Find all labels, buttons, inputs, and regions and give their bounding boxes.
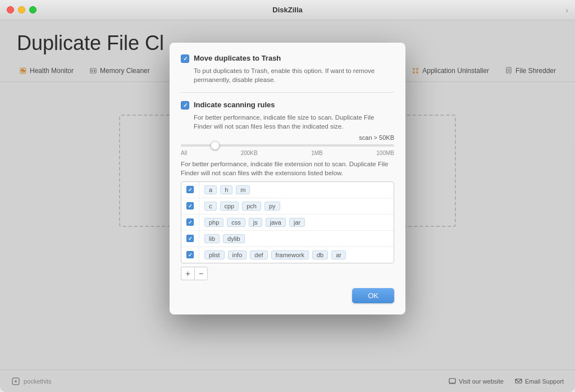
ext-row-3: php css js java jar — [181, 215, 394, 231]
ext-row-4-tags: lib dylib — [199, 231, 394, 247]
ext-tag-py: py — [264, 202, 280, 211]
window-controls — [7, 6, 36, 13]
ext-row-1-checkbox[interactable] — [186, 186, 194, 193]
ext-tag-dylib: dylib — [223, 234, 245, 243]
ext-tag-pch: pch — [242, 202, 261, 211]
ext-row-3-checkbox-cell — [181, 215, 199, 230]
slider-mark-1mb: 1MB — [311, 150, 323, 156]
modal-footer: OK — [181, 288, 394, 303]
ext-tag-db: db — [312, 250, 328, 259]
extension-table: a h m c cpp pch — [181, 181, 394, 263]
ext-row-4-checkbox[interactable] — [186, 235, 194, 242]
remove-extension-button[interactable]: − — [194, 267, 208, 280]
ext-tag-a: a — [204, 185, 217, 194]
trash-checkbox[interactable] — [181, 54, 189, 63]
ext-row-2-checkbox[interactable] — [186, 202, 194, 209]
ext-tag-java: java — [266, 218, 286, 227]
ext-row-5: plist info def framework db ar — [181, 247, 394, 263]
main-window: DiskZilla › Duplicate File Cl Health Mon… — [0, 0, 575, 392]
slider-label: scan > 50KB — [181, 134, 394, 141]
ext-tag-php: php — [204, 218, 223, 227]
maximize-button[interactable] — [29, 6, 36, 13]
ext-row-1-tags: a h m — [199, 182, 394, 198]
ext-tag-def: def — [250, 250, 267, 259]
ext-tag-js: js — [249, 218, 262, 227]
app-content: Duplicate File Cl Health Monitor — [0, 20, 575, 392]
ext-tag-css: css — [227, 218, 245, 227]
ext-tag-m: m — [236, 185, 250, 194]
title-bar-chevron: › — [565, 6, 568, 15]
settings-modal: Move duplicates to Trash To put duplicat… — [170, 43, 405, 314]
ext-row-1: a h m — [181, 182, 394, 198]
ext-tag-lib: lib — [204, 234, 220, 243]
ext-description: For better performance, indicate file ex… — [181, 159, 394, 177]
ext-tag-jar: jar — [289, 218, 305, 227]
ext-action-buttons: + − — [181, 267, 394, 280]
ext-row-2-tags: c cpp pch py — [199, 198, 394, 214]
slider-thumb[interactable] — [211, 141, 220, 150]
ext-row-5-checkbox[interactable] — [186, 251, 194, 258]
slider-marks: All 200KB 1MB 100MB — [181, 150, 394, 156]
ext-row-2: c cpp pch py — [181, 198, 394, 215]
ext-tag-cpp: cpp — [220, 202, 239, 211]
scanning-section-header: Indicate scanning rules — [181, 101, 394, 110]
title-bar: DiskZilla › — [0, 0, 575, 20]
scanning-checkbox[interactable] — [181, 101, 189, 110]
slider-fill — [181, 144, 213, 147]
trash-section: Move duplicates to Trash To put duplicat… — [181, 54, 394, 84]
trash-section-desc: To put duplicates to Trash, enable this … — [181, 66, 394, 84]
ext-tag-ar: ar — [331, 250, 346, 259]
ext-tag-plist: plist — [204, 250, 225, 259]
close-button[interactable] — [7, 6, 14, 13]
scanning-section: Indicate scanning rules For better perfo… — [181, 101, 394, 280]
slider-mark-200kb: 200KB — [241, 150, 258, 156]
ext-row-5-checkbox-cell — [181, 247, 199, 263]
scanning-section-desc: For better performance, indicate file si… — [181, 113, 394, 131]
ext-row-5-tags: plist info def framework db ar — [199, 247, 394, 263]
ext-row-2-checkbox-cell — [181, 198, 199, 214]
slider-mark-100mb: 100MB — [376, 150, 394, 156]
ext-row-1-checkbox-cell — [181, 182, 199, 198]
section-divider — [181, 92, 394, 93]
ok-button[interactable]: OK — [352, 288, 394, 303]
ext-tag-h: h — [220, 185, 232, 194]
window-title: DiskZilla — [272, 6, 302, 14]
ext-row-4-checkbox-cell — [181, 231, 199, 247]
ext-row-4: lib dylib — [181, 231, 394, 247]
trash-section-title: Move duplicates to Trash — [194, 54, 281, 62]
minimize-button[interactable] — [18, 6, 25, 13]
scanning-section-title: Indicate scanning rules — [194, 101, 275, 109]
trash-section-header: Move duplicates to Trash — [181, 54, 394, 63]
slider-track[interactable] — [181, 144, 394, 147]
ext-tag-c: c — [204, 202, 217, 211]
ext-tag-info: info — [228, 250, 247, 259]
ext-row-3-tags: php css js java jar — [199, 215, 394, 230]
ext-row-3-checkbox[interactable] — [186, 218, 194, 226]
ext-tag-framework: framework — [271, 250, 309, 259]
slider-mark-all: All — [181, 150, 187, 156]
add-extension-button[interactable]: + — [181, 267, 194, 280]
size-slider-container: scan > 50KB All 200KB 1MB 100MB — [181, 134, 394, 156]
